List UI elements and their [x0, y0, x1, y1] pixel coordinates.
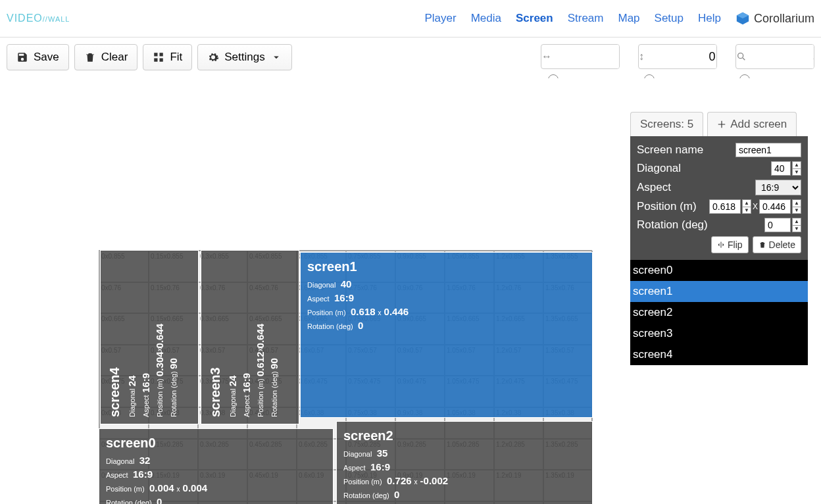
fit-button[interactable]: Fit	[143, 44, 192, 70]
arrow-horizontal-icon: ↔	[541, 51, 552, 63]
settings-label: Settings	[224, 51, 264, 64]
brand-icon	[735, 11, 750, 26]
nav-help[interactable]: Help	[698, 12, 721, 25]
height-control: ↕ ▲▼	[638, 44, 717, 78]
nav-screen[interactable]: Screen	[516, 12, 553, 25]
width-control: ↔ ▲▼	[541, 44, 620, 78]
logo-text-1: VIDEO	[7, 13, 43, 24]
trash-icon	[84, 51, 96, 63]
nav-media[interactable]: Media	[471, 12, 501, 25]
svg-line-7	[743, 58, 745, 60]
header: VIDEO//WALL Player Media Screen Stream M…	[0, 0, 821, 38]
logo-text-2: //WALL	[43, 15, 70, 23]
nav: Player Media Screen Stream Map Setup Hel…	[424, 11, 814, 26]
clear-label: Clear	[101, 51, 128, 64]
svg-rect-4	[155, 59, 158, 62]
settings-button[interactable]: Settings	[197, 44, 291, 70]
zoom-control: ▲▼	[735, 44, 814, 78]
search-icon	[736, 51, 747, 62]
svg-rect-2	[155, 53, 158, 56]
nav-stream[interactable]: Stream	[568, 12, 604, 25]
height-input[interactable]	[644, 45, 717, 68]
svg-rect-5	[160, 59, 163, 62]
fit-label: Fit	[170, 51, 182, 64]
brand-label: Corollarium	[754, 12, 814, 26]
save-label: Save	[34, 51, 59, 64]
svg-point-6	[738, 53, 743, 59]
nav-player[interactable]: Player	[424, 12, 456, 25]
chevron-down-icon	[270, 51, 282, 63]
logo: VIDEO//WALL	[7, 13, 70, 24]
save-icon	[16, 51, 28, 63]
gear-icon	[207, 51, 219, 63]
svg-rect-3	[160, 53, 163, 56]
save-button[interactable]: Save	[7, 44, 69, 70]
arrow-vertical-icon: ↕	[639, 51, 644, 63]
grid-icon	[153, 51, 164, 63]
clear-button[interactable]: Clear	[74, 44, 138, 70]
width-input[interactable]	[552, 45, 620, 68]
brand-link[interactable]: Corollarium	[735, 11, 814, 26]
nav-setup[interactable]: Setup	[655, 12, 684, 25]
nav-map[interactable]: Map	[618, 12, 639, 25]
zoom-input[interactable]	[747, 45, 814, 68]
toolbar: Save Clear Fit Settings ↔ ▲▼ ↕ ▲▼	[0, 38, 821, 78]
